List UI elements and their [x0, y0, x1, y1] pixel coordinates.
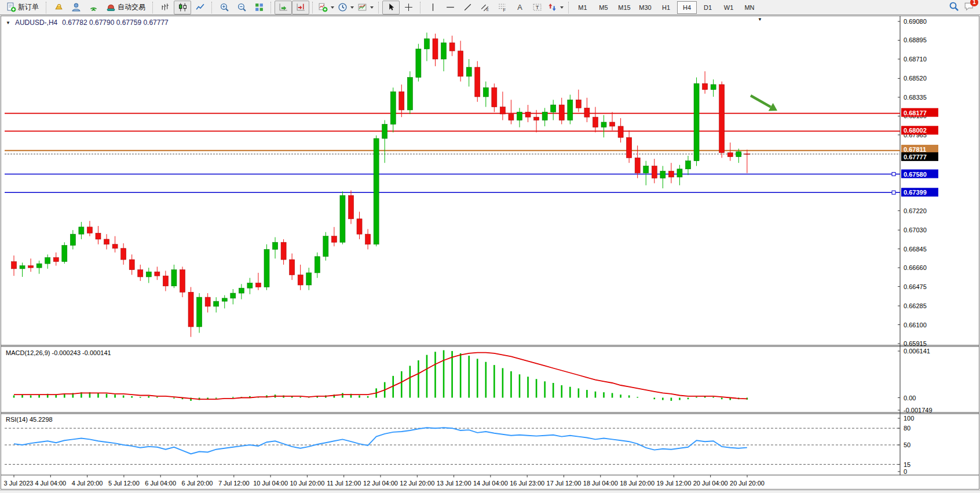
market-button[interactable] [50, 1, 67, 14]
autotrading-icon [106, 2, 116, 12]
svg-text:0.00: 0.00 [904, 395, 916, 401]
dropdown-caret-icon [350, 6, 354, 9]
macd-signal-line [14, 353, 747, 400]
zoom-in-button[interactable] [215, 1, 233, 14]
chart-title: ▼ AUDUSD-,H4 0.67782 0.67790 0.67759 0.6… [6, 19, 169, 27]
chart-canvas[interactable]: 0.690800.688950.687100.685200.683350.681… [1, 16, 979, 489]
dropdown-caret-icon [331, 6, 334, 9]
timeframe-m15[interactable]: M15 [615, 1, 634, 14]
svg-text:5 Jul 12:00: 5 Jul 12:00 [108, 480, 140, 487]
horizontal-line-button[interactable] [441, 1, 459, 14]
svg-text:0: 0 [904, 468, 907, 475]
timeframe-toolbar: M1M5M15M30H1H4D1W1MN [572, 0, 760, 14]
autotrading-button-label: 自动交易 [118, 2, 145, 12]
hline-0.67580[interactable] [5, 173, 900, 176]
svg-text:10 Jul 20:00: 10 Jul 20:00 [290, 480, 324, 487]
svg-text:T: T [535, 4, 539, 10]
svg-text:0.67777: 0.67777 [904, 154, 927, 160]
indicators-button[interactable] [316, 1, 336, 14]
toolbar-separator [312, 2, 313, 13]
timeframe-h4[interactable]: H4 [677, 1, 697, 14]
svg-text:4 Jul 04:00: 4 Jul 04:00 [35, 480, 66, 487]
svg-text:3 Jul 2023: 3 Jul 2023 [4, 480, 34, 487]
indicators-icon [318, 2, 328, 12]
chart-shift-icon [296, 2, 306, 12]
chart-window: ▼ AUDUSD-,H4 0.67782 0.67790 0.67759 0.6… [1, 16, 979, 490]
toolbar-separator [420, 2, 421, 13]
svg-text:0.66660: 0.66660 [904, 264, 927, 271]
zoom-out-icon [237, 2, 247, 12]
svg-text:15: 15 [904, 461, 910, 468]
macd-axis[interactable]: 0.0061410.00-0.001749 [898, 348, 933, 414]
search-button[interactable] [949, 1, 959, 14]
macd-label: MACD(12,26,9) -0.000243 -0.000141 [6, 349, 111, 356]
svg-text:0.68520: 0.68520 [904, 75, 927, 82]
time-axis[interactable]: 3 Jul 20234 Jul 04:004 Jul 20:005 Jul 12… [4, 475, 765, 487]
price-axis[interactable]: 0.690800.688950.687100.685200.683350.681… [898, 18, 927, 347]
timeframe-d1[interactable]: D1 [698, 1, 718, 14]
svg-text:0.67811: 0.67811 [904, 146, 926, 153]
svg-text:18 Jul 04:00: 18 Jul 04:00 [583, 480, 618, 487]
svg-text:11 Jul 12:00: 11 Jul 12:00 [327, 480, 361, 487]
svg-text:0.67399: 0.67399 [904, 189, 927, 196]
toolbar: 新订单自动交易EFATM1M5M15M30H1H4D1W1MN1 [0, 0, 980, 15]
svg-text:19 Jul 12:00: 19 Jul 12:00 [656, 480, 691, 487]
svg-text:80: 80 [904, 425, 910, 432]
fibonacci-icon: F [498, 2, 507, 12]
svg-text:0.66475: 0.66475 [904, 283, 927, 290]
new-order-button[interactable]: 新订单 [2, 1, 43, 14]
equidistant-channel-button[interactable]: E [476, 1, 493, 14]
timeframe-h1[interactable]: H1 [656, 1, 676, 14]
timeframe-mn[interactable]: MN [740, 1, 759, 14]
annotation-arrow[interactable] [751, 96, 777, 111]
candlestick-chart-button[interactable] [174, 1, 191, 14]
chart-quotes: 0.67782 0.67790 0.67759 0.67777 [62, 19, 169, 27]
auto-scroll-icon [279, 2, 288, 12]
svg-text:12 Jul 20:00: 12 Jul 20:00 [400, 480, 434, 487]
hline-0.67399[interactable] [5, 191, 900, 194]
svg-text:50: 50 [904, 441, 910, 448]
toolbar-separator [568, 2, 569, 13]
svg-text:0.67220: 0.67220 [904, 207, 927, 214]
toolbar-group [382, 0, 417, 14]
line-chart-button[interactable] [191, 1, 209, 14]
timeframe-m5[interactable]: M5 [594, 1, 613, 14]
text-icon: A [515, 2, 525, 12]
vertical-line-button[interactable] [424, 1, 441, 14]
timeframe-m30[interactable]: M30 [635, 1, 655, 14]
crosshair-button[interactable] [400, 1, 417, 14]
zoom-in-icon [220, 2, 229, 12]
line-chart-icon [195, 2, 205, 12]
signals-button[interactable] [85, 1, 102, 14]
trendline-button[interactable] [459, 1, 476, 14]
periods-icon [338, 2, 348, 12]
zoom-out-button[interactable] [233, 1, 250, 14]
svg-text:17 Jul 12:00: 17 Jul 12:00 [547, 480, 582, 487]
toolbar-separator [211, 2, 213, 13]
toolbar-group [215, 0, 268, 14]
fibonacci-button[interactable]: F [493, 1, 511, 14]
svg-text:0.68177: 0.68177 [904, 109, 927, 116]
templates-button[interactable] [356, 1, 375, 14]
channel-icon: E [480, 2, 490, 12]
subwindow-marker-icon[interactable]: ▼ [758, 17, 762, 22]
svg-text:0.68895: 0.68895 [904, 36, 927, 43]
timeframe-m1[interactable]: M1 [573, 1, 593, 14]
profile-button[interactable] [67, 1, 85, 14]
tile-windows-button[interactable] [250, 1, 268, 14]
chart-menu-icon[interactable]: ▼ [6, 20, 10, 25]
chart-shift-button[interactable] [292, 1, 309, 14]
chat-button[interactable]: 1 [964, 1, 974, 14]
autotrading-button[interactable]: 自动交易 [102, 1, 149, 14]
cursor-button[interactable] [382, 1, 400, 14]
arrows-button[interactable] [546, 1, 565, 14]
text-button[interactable]: A [511, 1, 528, 14]
timeframe-w1[interactable]: W1 [719, 1, 738, 14]
text-label-button[interactable]: T [528, 1, 546, 14]
candles-layer [12, 32, 750, 337]
svg-text:20 Jul 20:00: 20 Jul 20:00 [730, 480, 765, 487]
auto-scroll-button[interactable] [275, 1, 292, 14]
bar-chart-button[interactable] [156, 1, 174, 14]
periods-button[interactable] [336, 1, 356, 14]
svg-text:0.68002: 0.68002 [904, 127, 927, 134]
